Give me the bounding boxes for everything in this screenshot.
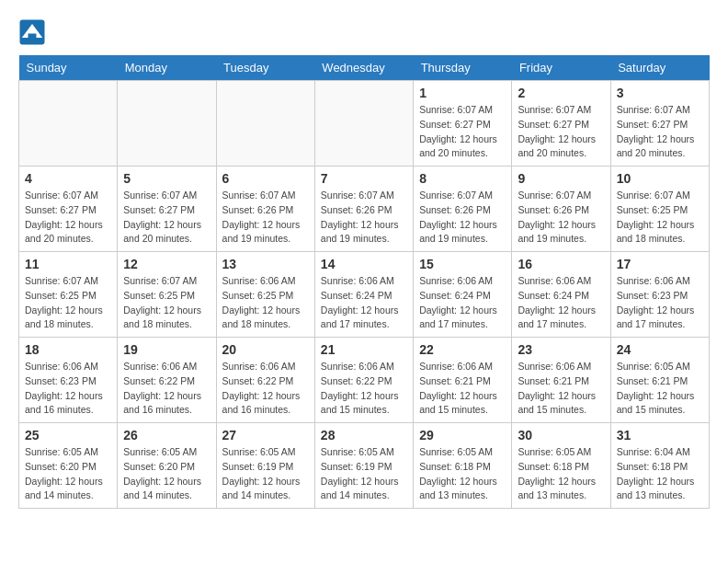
day-info: Sunrise: 6:06 AM Sunset: 6:22 PM Dayligh… bbox=[321, 360, 407, 418]
day-info: Sunrise: 6:07 AM Sunset: 6:25 PM Dayligh… bbox=[617, 189, 703, 247]
day-number: 23 bbox=[518, 342, 604, 357]
calendar-cell bbox=[314, 81, 413, 167]
weekday-header-sunday: Sunday bbox=[19, 55, 118, 81]
calendar-table: SundayMondayTuesdayWednesdayThursdayFrid… bbox=[18, 55, 710, 509]
calendar-cell: 15Sunrise: 6:06 AM Sunset: 6:24 PM Dayli… bbox=[414, 252, 512, 338]
svg-rect-2 bbox=[28, 34, 37, 40]
day-number: 11 bbox=[25, 257, 111, 271]
day-number: 12 bbox=[123, 257, 210, 271]
calendar-cell: 13Sunrise: 6:06 AM Sunset: 6:25 PM Dayli… bbox=[216, 252, 314, 338]
day-number: 29 bbox=[419, 428, 506, 442]
day-info: Sunrise: 6:06 AM Sunset: 6:25 PM Dayligh… bbox=[222, 274, 309, 332]
day-info: Sunrise: 6:07 AM Sunset: 6:26 PM Dayligh… bbox=[222, 189, 309, 247]
day-number: 2 bbox=[518, 86, 604, 100]
day-number: 3 bbox=[617, 86, 703, 100]
calendar-cell: 2Sunrise: 6:07 AM Sunset: 6:27 PM Daylig… bbox=[512, 81, 610, 167]
day-info: Sunrise: 6:05 AM Sunset: 6:20 PM Dayligh… bbox=[123, 445, 210, 503]
week-row-2: 4Sunrise: 6:07 AM Sunset: 6:27 PM Daylig… bbox=[19, 167, 710, 252]
day-info: Sunrise: 6:07 AM Sunset: 6:27 PM Dayligh… bbox=[123, 189, 210, 247]
weekday-header-thursday: Thursday bbox=[414, 55, 512, 81]
day-info: Sunrise: 6:05 AM Sunset: 6:18 PM Dayligh… bbox=[419, 445, 506, 503]
day-number: 17 bbox=[617, 257, 703, 271]
day-info: Sunrise: 6:07 AM Sunset: 6:27 PM Dayligh… bbox=[419, 103, 506, 161]
day-number: 15 bbox=[419, 257, 506, 271]
day-number: 18 bbox=[25, 342, 111, 357]
calendar-cell: 11Sunrise: 6:07 AM Sunset: 6:25 PM Dayli… bbox=[19, 252, 118, 338]
calendar-cell: 21Sunrise: 6:06 AM Sunset: 6:22 PM Dayli… bbox=[314, 338, 413, 423]
day-number: 10 bbox=[617, 171, 703, 186]
day-info: Sunrise: 6:06 AM Sunset: 6:21 PM Dayligh… bbox=[419, 360, 506, 418]
day-info: Sunrise: 6:07 AM Sunset: 6:26 PM Dayligh… bbox=[518, 189, 604, 247]
calendar-cell: 7Sunrise: 6:07 AM Sunset: 6:26 PM Daylig… bbox=[314, 167, 413, 252]
day-info: Sunrise: 6:05 AM Sunset: 6:19 PM Dayligh… bbox=[222, 445, 309, 503]
calendar-cell: 3Sunrise: 6:07 AM Sunset: 6:27 PM Daylig… bbox=[610, 81, 709, 167]
day-info: Sunrise: 6:06 AM Sunset: 6:23 PM Dayligh… bbox=[617, 274, 703, 332]
calendar-cell: 17Sunrise: 6:06 AM Sunset: 6:23 PM Dayli… bbox=[610, 252, 709, 338]
day-info: Sunrise: 6:07 AM Sunset: 6:25 PM Dayligh… bbox=[25, 274, 111, 332]
day-info: Sunrise: 6:07 AM Sunset: 6:25 PM Dayligh… bbox=[123, 274, 210, 332]
calendar-cell: 6Sunrise: 6:07 AM Sunset: 6:26 PM Daylig… bbox=[216, 167, 314, 252]
day-info: Sunrise: 6:06 AM Sunset: 6:21 PM Dayligh… bbox=[518, 360, 604, 418]
day-number: 16 bbox=[518, 257, 604, 271]
calendar-cell: 16Sunrise: 6:06 AM Sunset: 6:24 PM Dayli… bbox=[512, 252, 610, 338]
calendar-cell: 26Sunrise: 6:05 AM Sunset: 6:20 PM Dayli… bbox=[118, 423, 216, 509]
day-number: 5 bbox=[123, 171, 210, 186]
day-info: Sunrise: 6:07 AM Sunset: 6:27 PM Dayligh… bbox=[518, 103, 604, 161]
weekday-header-friday: Friday bbox=[512, 55, 610, 81]
day-number: 8 bbox=[419, 171, 506, 186]
day-number: 24 bbox=[617, 342, 703, 357]
weekday-header-row: SundayMondayTuesdayWednesdayThursdayFrid… bbox=[19, 55, 710, 81]
calendar-cell: 19Sunrise: 6:06 AM Sunset: 6:22 PM Dayli… bbox=[118, 338, 216, 423]
week-row-4: 18Sunrise: 6:06 AM Sunset: 6:23 PM Dayli… bbox=[19, 338, 710, 423]
day-number: 30 bbox=[518, 428, 604, 442]
day-info: Sunrise: 6:07 AM Sunset: 6:27 PM Dayligh… bbox=[617, 103, 703, 161]
day-number: 22 bbox=[419, 342, 506, 357]
weekday-header-wednesday: Wednesday bbox=[314, 55, 413, 81]
calendar-cell: 18Sunrise: 6:06 AM Sunset: 6:23 PM Dayli… bbox=[19, 338, 118, 423]
day-info: Sunrise: 6:07 AM Sunset: 6:27 PM Dayligh… bbox=[25, 189, 111, 247]
calendar-cell: 25Sunrise: 6:05 AM Sunset: 6:20 PM Dayli… bbox=[19, 423, 118, 509]
week-row-5: 25Sunrise: 6:05 AM Sunset: 6:20 PM Dayli… bbox=[19, 423, 710, 509]
day-number: 13 bbox=[222, 257, 309, 271]
day-number: 4 bbox=[25, 171, 111, 186]
calendar-cell: 28Sunrise: 6:05 AM Sunset: 6:19 PM Dayli… bbox=[314, 423, 413, 509]
week-row-3: 11Sunrise: 6:07 AM Sunset: 6:25 PM Dayli… bbox=[19, 252, 710, 338]
day-info: Sunrise: 6:04 AM Sunset: 6:18 PM Dayligh… bbox=[617, 445, 703, 503]
day-info: Sunrise: 6:05 AM Sunset: 6:18 PM Dayligh… bbox=[518, 445, 604, 503]
calendar-cell: 14Sunrise: 6:06 AM Sunset: 6:24 PM Dayli… bbox=[314, 252, 413, 338]
day-info: Sunrise: 6:05 AM Sunset: 6:19 PM Dayligh… bbox=[321, 445, 407, 503]
day-info: Sunrise: 6:07 AM Sunset: 6:26 PM Dayligh… bbox=[419, 189, 506, 247]
weekday-header-monday: Monday bbox=[118, 55, 216, 81]
calendar-cell: 12Sunrise: 6:07 AM Sunset: 6:25 PM Dayli… bbox=[118, 252, 216, 338]
day-info: Sunrise: 6:06 AM Sunset: 6:22 PM Dayligh… bbox=[222, 360, 309, 418]
calendar-cell: 29Sunrise: 6:05 AM Sunset: 6:18 PM Dayli… bbox=[414, 423, 512, 509]
day-number: 14 bbox=[321, 257, 407, 271]
logo-icon bbox=[18, 18, 46, 46]
calendar-cell: 8Sunrise: 6:07 AM Sunset: 6:26 PM Daylig… bbox=[414, 167, 512, 252]
calendar-cell: 9Sunrise: 6:07 AM Sunset: 6:26 PM Daylig… bbox=[512, 167, 610, 252]
day-number: 26 bbox=[123, 428, 210, 442]
calendar-cell: 31Sunrise: 6:04 AM Sunset: 6:18 PM Dayli… bbox=[610, 423, 709, 509]
day-info: Sunrise: 6:06 AM Sunset: 6:24 PM Dayligh… bbox=[518, 274, 604, 332]
calendar-cell: 4Sunrise: 6:07 AM Sunset: 6:27 PM Daylig… bbox=[19, 167, 118, 252]
day-number: 25 bbox=[25, 428, 111, 442]
calendar-cell: 22Sunrise: 6:06 AM Sunset: 6:21 PM Dayli… bbox=[414, 338, 512, 423]
day-number: 19 bbox=[123, 342, 210, 357]
calendar-cell: 1Sunrise: 6:07 AM Sunset: 6:27 PM Daylig… bbox=[414, 81, 512, 167]
calendar-cell: 23Sunrise: 6:06 AM Sunset: 6:21 PM Dayli… bbox=[512, 338, 610, 423]
logo bbox=[18, 18, 48, 46]
day-number: 20 bbox=[222, 342, 309, 357]
calendar-cell bbox=[19, 81, 118, 167]
week-row-1: 1Sunrise: 6:07 AM Sunset: 6:27 PM Daylig… bbox=[19, 81, 710, 167]
calendar-cell: 27Sunrise: 6:05 AM Sunset: 6:19 PM Dayli… bbox=[216, 423, 314, 509]
calendar-cell: 30Sunrise: 6:05 AM Sunset: 6:18 PM Dayli… bbox=[512, 423, 610, 509]
day-info: Sunrise: 6:05 AM Sunset: 6:21 PM Dayligh… bbox=[617, 360, 703, 418]
calendar-cell: 24Sunrise: 6:05 AM Sunset: 6:21 PM Dayli… bbox=[610, 338, 709, 423]
day-number: 28 bbox=[321, 428, 407, 442]
calendar-cell: 20Sunrise: 6:06 AM Sunset: 6:22 PM Dayli… bbox=[216, 338, 314, 423]
day-number: 27 bbox=[222, 428, 309, 442]
day-number: 21 bbox=[321, 342, 407, 357]
day-number: 7 bbox=[321, 171, 407, 186]
day-info: Sunrise: 6:06 AM Sunset: 6:22 PM Dayligh… bbox=[123, 360, 210, 418]
calendar-cell: 5Sunrise: 6:07 AM Sunset: 6:27 PM Daylig… bbox=[118, 167, 216, 252]
